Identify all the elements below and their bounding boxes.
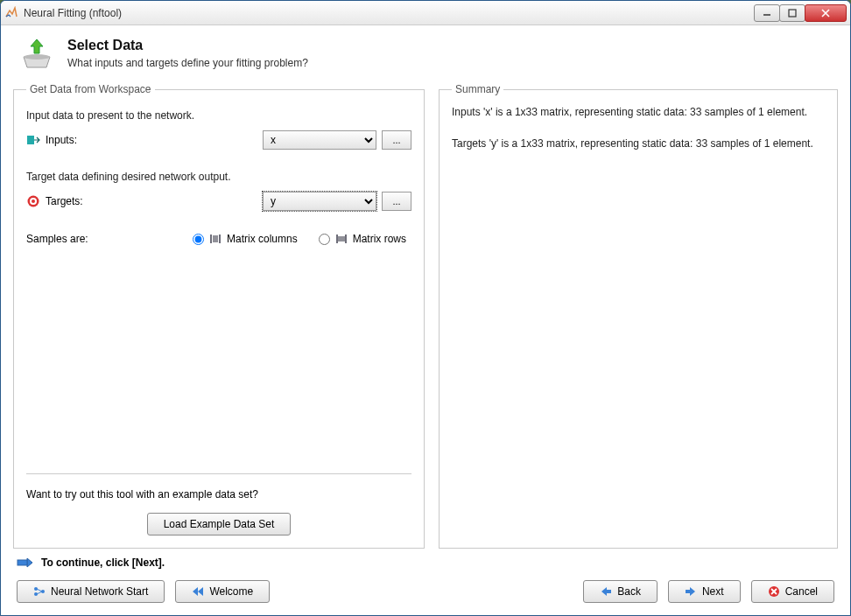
- get-data-legend: Get Data from Workspace: [26, 83, 155, 95]
- inputs-description: Input data to present to the network.: [26, 109, 411, 122]
- back-icon: [600, 586, 612, 597]
- inputs-icon: [26, 133, 40, 147]
- svg-rect-1: [789, 10, 796, 17]
- download-tray-icon: [18, 38, 55, 74]
- inputs-select[interactable]: x: [263, 130, 376, 150]
- summary-inputs-text: Inputs 'x' is a 1x33 matrix, representin…: [452, 104, 825, 120]
- matrix-columns-icon: [208, 232, 222, 246]
- targets-browse-button[interactable]: ...: [382, 192, 411, 211]
- summary-targets-text: Targets 'y' is a 1x33 matrix, representi…: [452, 136, 825, 151]
- matrix-rows-icon: [334, 232, 348, 246]
- neural-network-start-button[interactable]: Neural Network Start: [17, 580, 165, 603]
- next-button[interactable]: Next: [668, 580, 741, 603]
- svg-point-8: [32, 200, 35, 203]
- targets-description: Target data defining desired network out…: [26, 171, 411, 183]
- network-icon: [33, 585, 46, 598]
- summary-panel: Summary Inputs 'x' is a 1x33 matrix, rep…: [439, 83, 838, 549]
- load-example-button[interactable]: Load Example Data Set: [147, 513, 292, 536]
- svg-rect-5: [27, 136, 34, 144]
- samples-label: Samples are:: [26, 233, 193, 245]
- svg-rect-15: [18, 560, 27, 565]
- titlebar[interactable]: Neural Fitting (nftool): [1, 1, 850, 25]
- close-button[interactable]: [805, 4, 847, 22]
- window-controls: [755, 4, 847, 22]
- window-title: Neural Fitting (nftool): [24, 7, 755, 19]
- app-window: Neural Fitting (nftool) Select Data What…: [0, 0, 851, 616]
- rewind-icon: [192, 586, 204, 597]
- summary-legend: Summary: [452, 83, 503, 95]
- cancel-icon: [768, 585, 780, 598]
- matlab-icon: [4, 6, 18, 20]
- welcome-button[interactable]: Welcome: [175, 580, 270, 603]
- svg-rect-21: [606, 590, 611, 593]
- cancel-button[interactable]: Cancel: [751, 580, 834, 603]
- example-text: Want to try out this tool with an exampl…: [26, 488, 411, 500]
- inputs-label: Inputs:: [46, 134, 77, 146]
- back-button[interactable]: Back: [583, 580, 658, 603]
- maximize-button[interactable]: [779, 4, 805, 22]
- page-header: Select Data What inputs and targets defi…: [13, 34, 838, 83]
- svg-line-20: [37, 592, 42, 594]
- page-title: Select Data: [67, 38, 308, 53]
- targets-label: Targets:: [46, 195, 83, 207]
- next-icon: [685, 586, 697, 597]
- matrix-columns-radio[interactable]: Matrix columns: [193, 232, 298, 246]
- arrow-right-icon: [17, 556, 34, 570]
- get-data-panel: Get Data from Workspace Input data to pr…: [13, 83, 425, 549]
- divider: [26, 473, 411, 474]
- svg-line-19: [37, 589, 42, 592]
- footer-buttons: Neural Network Start Welcome Back Next: [13, 577, 838, 606]
- targets-select[interactable]: y: [263, 192, 376, 211]
- footer-hint: To continue, click [Next].: [13, 549, 838, 577]
- content-area: Select Data What inputs and targets defi…: [1, 25, 850, 615]
- svg-point-4: [24, 54, 50, 60]
- matrix-rows-radio[interactable]: Matrix rows: [319, 232, 406, 246]
- inputs-browse-button[interactable]: ...: [382, 130, 411, 150]
- targets-icon: [26, 194, 40, 208]
- minimize-button[interactable]: [754, 4, 780, 22]
- page-subtitle: What inputs and targets define your fitt…: [67, 57, 308, 69]
